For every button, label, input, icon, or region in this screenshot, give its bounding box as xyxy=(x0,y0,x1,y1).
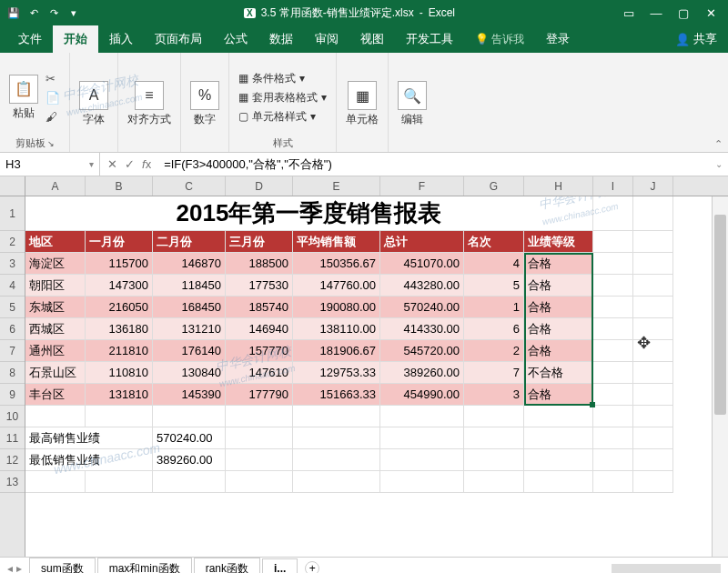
excel-logo-icon: X xyxy=(244,8,256,18)
sheet-tab-rank[interactable]: rank函数 xyxy=(194,558,260,574)
app-name: Excel xyxy=(429,6,455,19)
sheet-nav-prev-icon[interactable]: ◂ xyxy=(7,562,13,574)
group-clipboard: 剪贴板 xyxy=(15,136,46,150)
horizontal-scrollbar[interactable] xyxy=(612,564,721,573)
formula-bar[interactable]: =IF(F3>400000,"合格","不合格") xyxy=(158,156,710,173)
group-styles: 样式 xyxy=(273,136,293,150)
tab-home[interactable]: 开始 xyxy=(53,25,98,53)
font-icon: A xyxy=(79,81,108,110)
name-box[interactable]: H3▾ xyxy=(0,153,100,176)
sign-in[interactable]: 登录 xyxy=(535,25,581,53)
select-all-corner[interactable] xyxy=(0,176,25,196)
maximize-icon[interactable]: ▢ xyxy=(672,5,695,21)
ribbon-tabs: 文件 开始 插入 页面布局 公式 数据 审阅 视图 开发工具 💡 告诉我 登录 … xyxy=(0,25,728,53)
editing-group[interactable]: 🔍编辑 xyxy=(398,81,427,127)
qat-more-icon[interactable]: ▾ xyxy=(66,5,82,21)
cancel-formula-icon[interactable]: ✕ xyxy=(107,157,117,171)
cells-icon: ▦ xyxy=(348,81,377,110)
enter-formula-icon[interactable]: ✓ xyxy=(125,157,135,171)
sheet-tab-sum[interactable]: sum函数 xyxy=(29,558,96,574)
column-headers[interactable]: ABCDEFGHIJ xyxy=(25,176,712,196)
sheet-tab-maxmin[interactable]: max和min函数 xyxy=(97,558,192,574)
share-button[interactable]: 👤共享 xyxy=(664,25,728,53)
tell-me[interactable]: 💡 告诉我 xyxy=(464,26,535,53)
cellstyle-icon: ▢ xyxy=(238,110,248,123)
tab-developer[interactable]: 开发工具 xyxy=(395,25,464,53)
vertical-scrollbar[interactable] xyxy=(712,196,728,557)
tab-formulas[interactable]: 公式 xyxy=(213,25,258,53)
tab-file[interactable]: 文件 xyxy=(7,25,53,53)
expand-formula-icon[interactable]: ⌄ xyxy=(710,159,728,169)
tablefmt-icon: ▦ xyxy=(238,91,248,104)
find-icon: 🔍 xyxy=(398,81,427,110)
cell-style-button[interactable]: ▢ 单元格样式 ▾ xyxy=(238,109,327,125)
copy-icon[interactable]: 📄 xyxy=(46,91,60,105)
percent-icon: % xyxy=(190,81,219,110)
sheet-tab-if[interactable]: i... xyxy=(262,558,298,574)
fill-handle[interactable] xyxy=(590,402,595,407)
tab-insert[interactable]: 插入 xyxy=(98,25,144,53)
tab-layout[interactable]: 页面布局 xyxy=(144,25,213,53)
redo-icon[interactable]: ↷ xyxy=(46,5,62,21)
undo-icon[interactable]: ↶ xyxy=(25,5,42,21)
align-icon: ≡ xyxy=(135,81,164,110)
number-group[interactable]: %数字 xyxy=(190,81,219,127)
sheet-nav-next-icon[interactable]: ▸ xyxy=(16,562,22,574)
conditional-icon: ▦ xyxy=(238,72,248,85)
title-bar: 💾 ↶ ↷ ▾ X 3.5 常用函数-销售业绩评定.xlsx - Excel ▭… xyxy=(0,0,728,25)
font-group[interactable]: A字体 xyxy=(79,81,108,127)
tab-view[interactable]: 视图 xyxy=(349,25,395,53)
conditional-format-button[interactable]: ▦ 条件格式 ▾ xyxy=(238,71,327,86)
row-headers[interactable]: 1 2345678910111213 xyxy=(0,196,25,557)
collapse-ribbon-icon[interactable]: ⌃ xyxy=(714,138,723,150)
cut-icon[interactable]: ✂ xyxy=(46,72,60,85)
clipboard-icon: 📋 xyxy=(9,75,38,104)
document-title: 3.5 常用函数-销售业绩评定.xlsx xyxy=(261,5,414,21)
tab-data[interactable]: 数据 xyxy=(258,25,304,53)
sheet-tab-bar: ◂▸ sum函数 max和min函数 rank函数 i... + xyxy=(0,557,728,573)
ribbon: 📋 粘贴 ✂ 📄 🖌 剪贴板 ↘ A字体 ≡对齐方式 %数字 ▦ 条件格式 ▾ … xyxy=(0,53,728,153)
alignment-group[interactable]: ≡对齐方式 xyxy=(127,81,171,127)
format-painter-icon[interactable]: 🖌 xyxy=(46,110,60,124)
add-sheet-icon[interactable]: + xyxy=(305,561,319,574)
spreadsheet-grid[interactable]: 2015年第一季度销售报表 地区一月份二月份三月份平均销售额总计名次业绩等级 海… xyxy=(25,196,712,557)
ribbon-options-icon[interactable]: ▭ xyxy=(617,5,641,21)
close-icon[interactable]: ✕ xyxy=(699,5,723,21)
min-label[interactable]: 最低销售业绩 xyxy=(25,449,153,471)
cells-group[interactable]: ▦单元格 xyxy=(346,81,379,127)
formula-bar-row: H3▾ ✕ ✓ fx =IF(F3>400000,"合格","不合格") ⌄ xyxy=(0,153,728,176)
max-label[interactable]: 最高销售业绩 xyxy=(25,427,153,449)
minimize-icon[interactable]: — xyxy=(644,5,668,21)
save-icon[interactable]: 💾 xyxy=(5,5,22,21)
table-format-button[interactable]: ▦ 套用表格格式 ▾ xyxy=(238,90,327,106)
tab-review[interactable]: 审阅 xyxy=(304,25,349,53)
chevron-down-icon[interactable]: ▾ xyxy=(89,159,94,169)
report-title[interactable]: 2015年第一季度销售报表 xyxy=(25,196,593,231)
fx-icon[interactable]: fx xyxy=(142,157,151,171)
paste-button[interactable]: 📋 粘贴 xyxy=(9,75,38,121)
move-cursor-icon: ✥ xyxy=(637,333,651,353)
